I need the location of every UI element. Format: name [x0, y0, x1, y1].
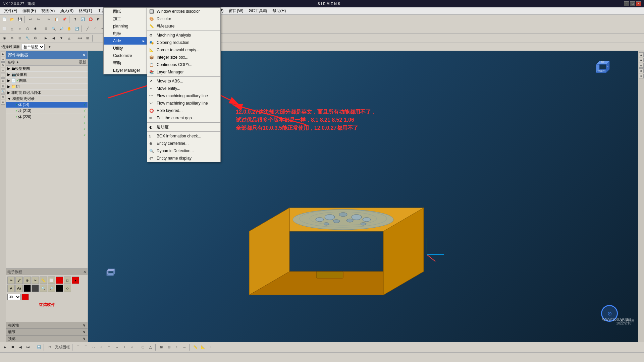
tb-open[interactable]: 📂	[8, 16, 16, 23]
lp-2[interactable]: +	[1, 57, 5, 62]
menu-aide[interactable]: Aide	[104, 37, 147, 45]
tb2-3[interactable]: ○	[16, 25, 23, 33]
menu-window[interactable]: 窗口(W)	[226, 7, 246, 14]
bt-2[interactable]: ⏹	[9, 344, 16, 351]
nav-body-14[interactable]: □ ✓ 体 (14) ✓	[6, 102, 88, 108]
bt-circle2[interactable]: ○	[128, 344, 136, 351]
related-expand[interactable]: ∨	[83, 323, 86, 327]
filter-dropdown[interactable]: 整个装配	[21, 44, 45, 50]
menu-help-sub[interactable]: 帮助	[104, 59, 147, 67]
elec-btn-1[interactable]: ✏	[7, 277, 15, 284]
elec-btn-img[interactable]: 🖼	[56, 285, 63, 292]
bt-11[interactable]: ⊟	[165, 344, 173, 351]
elec-btn-2[interactable]: 🖊	[15, 277, 23, 284]
minimize-button[interactable]: −	[624, 1, 629, 6]
tb-chamfer[interactable]: ◤	[95, 16, 102, 23]
lp-9[interactable]: ⚙	[1, 95, 5, 99]
bt-rect[interactable]: □	[105, 344, 113, 351]
bt-4[interactable]: ⏭	[24, 344, 32, 351]
bt-circle[interactable]: ○	[98, 344, 105, 351]
bt-poly[interactable]: ⬡	[139, 344, 147, 351]
elec-size-select[interactable]: 30	[7, 294, 21, 300]
tb2-zoom-in[interactable]: 🔍	[50, 25, 57, 33]
lp-7[interactable]: ⊞	[1, 84, 5, 88]
bt-16[interactable]: ⊥	[207, 344, 214, 351]
nav-camera[interactable]: ▶ 📷 摄像机	[6, 72, 88, 78]
ri-5[interactable]: ≡	[639, 74, 644, 78]
tb-redo[interactable]: ↪	[35, 16, 42, 23]
menu-transparency[interactable]: ◐ 透明度	[147, 123, 220, 131]
menu-coloring-reduction[interactable]: 🎭 Coloring reduction	[147, 39, 220, 46]
lp-5[interactable]: □	[1, 73, 5, 78]
nav-block-213[interactable]: □ ✓ 块 (213) ✓	[6, 108, 88, 114]
bt-3[interactable]: ◀	[17, 344, 24, 351]
menu-machining[interactable]: 加工	[104, 15, 147, 22]
detail-section[interactable]: 细节 ∨	[6, 328, 88, 335]
tb-cut[interactable]: ✂	[45, 16, 53, 23]
menu-entity-centerline[interactable]: ⊕ Entity centerline...	[147, 140, 220, 147]
tb3-7[interactable]: ◀	[50, 35, 57, 42]
menu-planning[interactable]: planning	[104, 22, 147, 30]
bt-12[interactable]: ↕	[173, 344, 180, 351]
tb2-1[interactable]: ⬜	[1, 25, 8, 33]
menu-entity-name-display[interactable]: 🏷 Entity name display	[147, 155, 220, 162]
bt-framecomplete[interactable]: □	[46, 344, 53, 351]
tb2-5[interactable]: ✱	[32, 25, 39, 33]
elec-btn-gray[interactable]	[32, 285, 39, 292]
elec-color-swatch[interactable]	[21, 294, 29, 300]
elec-btn-5[interactable]: 📏	[40, 277, 47, 284]
tb2-line[interactable]: ╱	[84, 25, 91, 33]
tb-copy[interactable]: 📋	[53, 16, 60, 23]
nav-cube[interactable]: FRONT R TOP	[591, 58, 611, 78]
elec-btn-3[interactable]: ⊗	[23, 277, 31, 284]
menu-box-info[interactable]: ℹ BOX information check...	[147, 132, 220, 140]
bt-14[interactable]: 📏	[192, 344, 199, 351]
menu-machining-analysis[interactable]: ⚙ Machining Analysis	[147, 32, 220, 39]
bt-1[interactable]: ▶	[1, 344, 9, 351]
ri-1[interactable]: ▲	[639, 52, 644, 57]
filter-btn[interactable]: ▼	[46, 43, 53, 51]
ri-4[interactable]: ◉	[639, 68, 644, 73]
preview-expand[interactable]: ∨	[83, 337, 86, 341]
bt-5[interactable]: 🔙	[35, 344, 43, 351]
bt-triangle[interactable]: △	[147, 344, 154, 351]
menu-dynamic-detection[interactable]: 🔍 Dynamic Detection...	[147, 147, 220, 155]
tb3-2[interactable]: ⊕	[8, 35, 16, 42]
bt-15[interactable]: 📐	[199, 344, 207, 351]
menu-continuous-copy[interactable]: 📋 Continuous COPY...	[147, 61, 220, 68]
elec-btn-black[interactable]	[23, 285, 31, 292]
elec-btn-find[interactable]: 🔎	[48, 285, 55, 292]
menu-edit-gap[interactable]: ✏ Edit the current gap...	[147, 114, 220, 122]
elec-close-icon[interactable]: ✕	[83, 270, 86, 274]
elec-btn-dot[interactable]: ●	[72, 277, 79, 284]
menu-move-entity[interactable]: ↔ Move entity...	[147, 85, 220, 92]
nav-model-view[interactable]: ▶ 🏔 模型视图	[6, 66, 88, 72]
menu-view[interactable]: 视图(V)	[39, 7, 57, 14]
tb3-9[interactable]: △	[65, 35, 73, 42]
bt-13[interactable]: ↔	[181, 344, 188, 351]
elec-btn-diamond[interactable]: ◇	[64, 285, 71, 292]
menu-corner-to-avoid[interactable]: 📐 Corner to avoid empty...	[147, 46, 220, 54]
tb-new[interactable]: 📄	[1, 16, 8, 23]
menu-electrode[interactable]: 电极	[104, 30, 147, 37]
menu-utility[interactable]: Utility	[104, 45, 147, 52]
menu-move-to-abs[interactable]: ↗ Move to ABS...	[147, 77, 220, 85]
detail-expand[interactable]: ∨	[83, 330, 86, 334]
sidebar-close-icon[interactable]: ✕	[82, 53, 86, 57]
nav-drawing[interactable]: ▶ 📄 ✓ 图纸	[6, 78, 88, 84]
elec-btn-zoom[interactable]: 🔍	[40, 285, 47, 292]
bt-10[interactable]: ⊞	[158, 344, 165, 351]
bt-arc1[interactable]: ⌒	[74, 344, 82, 351]
lp-3[interactable]: ⊕	[1, 62, 5, 67]
menu-file[interactable]: 文件(F)	[1, 7, 20, 14]
menu-customize[interactable]: Customize	[104, 52, 147, 59]
nav-row-extra-2[interactable]: ✓	[6, 126, 88, 132]
lp-10[interactable]: ≡	[1, 100, 5, 105]
nav-group[interactable]: ▶ 📁 组	[6, 84, 88, 90]
tb2-zoom-out[interactable]: 🔎	[58, 25, 65, 33]
menu-measure[interactable]: 📏 #Measure	[147, 22, 220, 30]
maximize-button[interactable]: □	[630, 1, 635, 6]
tb2-2[interactable]: △	[8, 25, 16, 33]
menu-layer-manager[interactable]: Layer Manager	[104, 67, 147, 74]
preview-section[interactable]: 预览 ∨	[6, 335, 88, 342]
